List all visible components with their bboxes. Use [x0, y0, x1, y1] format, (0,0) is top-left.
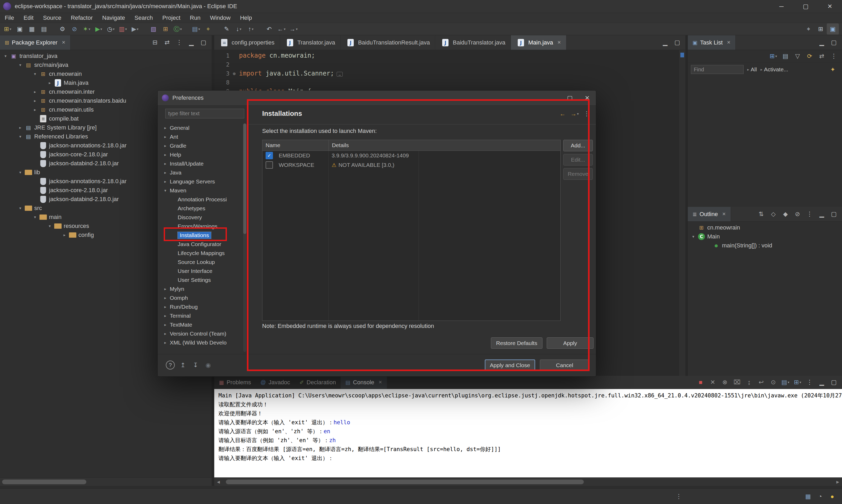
menu-run[interactable]: Run	[185, 13, 205, 23]
menu-project[interactable]: Project	[158, 13, 185, 23]
filter-icon[interactable]: ▽	[791, 51, 804, 62]
editor-tab-config-properties[interactable]: config.properties	[214, 35, 280, 50]
forward-icon[interactable]: →▾	[569, 108, 580, 119]
expand-arrow-icon[interactable]: ▸	[162, 295, 169, 300]
save-all-icon[interactable]: ▦	[26, 23, 38, 35]
preferences-tree[interactable]: ▸General▸Ant▸Gradle▸Help▸Install/Update▸…	[158, 122, 243, 354]
outline-item[interactable]: ▾Main	[688, 232, 842, 241]
expand-arrow-icon[interactable]: ▸	[162, 143, 169, 148]
minimize-icon[interactable]: ▁	[185, 37, 197, 48]
collapse-arrow-icon[interactable]: ▾	[17, 62, 24, 67]
scroll-lock-icon[interactable]: ↨	[743, 377, 755, 388]
hide-fields-icon[interactable]: ◇	[767, 209, 780, 220]
search-field-icon[interactable]: ⌖	[803, 23, 814, 35]
console-tab-console[interactable]: ▤Console✕	[341, 376, 387, 389]
tab-outline[interactable]: ≣ Outline ✕	[688, 207, 731, 221]
menu-help[interactable]: Help	[235, 13, 257, 23]
expand-arrow-icon[interactable]: ▸	[17, 125, 24, 130]
checkbox-checked-icon[interactable]: ✓	[266, 152, 273, 159]
expand-arrow-icon[interactable]: ▸	[162, 161, 169, 166]
scroll-left-icon[interactable]: ◀	[214, 478, 223, 486]
skip-breakpoints-icon[interactable]: ⊘	[68, 23, 80, 35]
coverage-icon[interactable]: ▥▾	[117, 23, 129, 35]
editor-tab-main-java[interactable]: Main.java✕	[511, 35, 567, 50]
profile-icon[interactable]: ◷▾	[105, 23, 117, 35]
console-tab-declaration[interactable]: ✐Declaration	[295, 376, 341, 389]
expand-arrow-icon[interactable]: ▸	[32, 98, 38, 103]
preferences-tree-item[interactable]: ▾Maven	[158, 186, 243, 195]
save-icon[interactable]: ▣	[14, 23, 26, 35]
menu-window[interactable]: Window	[205, 13, 235, 23]
menu-edit[interactable]: Edit	[19, 13, 38, 23]
editor-tab-baidutranslationresult-java[interactable]: BaiduTranslationResult.java	[341, 35, 435, 50]
preferences-tree-item[interactable]: ▸Install/Update	[158, 159, 243, 168]
expand-arrow-icon[interactable]: ▸	[61, 233, 68, 237]
open-console-icon[interactable]: ⊞▾	[791, 377, 804, 388]
new-class-icon[interactable]: Ⓒ▾	[172, 23, 184, 35]
java-perspective-icon[interactable]: ▣	[827, 23, 839, 35]
package-explorer-hscrollbar[interactable]	[0, 478, 212, 486]
installation-row[interactable]: WORKSPACE⚠NOT AVAILABLE [3.0,)	[263, 160, 560, 170]
filter-input[interactable]	[165, 109, 244, 119]
close-icon[interactable]: ✕	[378, 379, 382, 385]
forward-icon[interactable]: →▾	[287, 23, 300, 35]
add-button[interactable]: Add...	[563, 140, 593, 151]
scope-all-link[interactable]: ▸ All	[747, 66, 757, 73]
menu-refactor[interactable]: Refactor	[66, 13, 97, 23]
preferences-tree-item[interactable]: ▸Language Servers	[158, 177, 243, 186]
preferences-tree-item[interactable]: ▸Run/Debug	[158, 302, 243, 311]
lightbulb-icon[interactable]: ●	[826, 491, 838, 502]
maximize-button[interactable]: ▢	[793, 0, 818, 13]
next-annotation-icon[interactable]: ↓▾	[233, 23, 245, 35]
expand-arrow-icon[interactable]: ▸	[162, 331, 169, 336]
help-icon[interactable]: ?	[164, 360, 177, 371]
apply-button[interactable]: Apply	[547, 337, 593, 349]
minimize-icon[interactable]: ▁	[659, 37, 671, 48]
folded-region-icon[interactable]: …	[337, 72, 342, 77]
progress-icon[interactable]: ▦	[802, 491, 814, 502]
preferences-tree-item[interactable]: ▸General	[158, 123, 243, 132]
maximize-button[interactable]: ▢	[561, 91, 578, 105]
minimize-button[interactable]: ─	[769, 0, 793, 13]
installation-row[interactable]: ✓EMBEDDED3.9.9/3.9.9.900.20240824-1409	[263, 151, 560, 160]
preferences-tree-item[interactable]: User Interface	[158, 267, 243, 275]
overview-ruler[interactable]	[679, 50, 685, 376]
expand-arrow-icon[interactable]: ▸	[162, 287, 169, 291]
console-tab-problems[interactable]: ▦Problems	[214, 376, 256, 389]
notification-icon[interactable]: ◔	[814, 491, 826, 502]
expand-arrow-icon[interactable]: ▸	[162, 152, 169, 157]
previous-annotation-icon[interactable]: ↑▾	[245, 23, 257, 35]
minimize-icon[interactable]: ▁	[816, 377, 828, 388]
close-icon[interactable]: ✕	[727, 40, 731, 45]
minimize-icon[interactable]: ▁	[816, 209, 828, 220]
package-explorer-item[interactable]: ▾src/main/java	[0, 60, 212, 70]
preferences-tree-scrollbar[interactable]	[243, 123, 246, 352]
menu-file[interactable]: File	[0, 13, 19, 23]
expand-arrow-icon[interactable]: ▸	[162, 313, 169, 318]
maximize-icon[interactable]: ▢	[828, 377, 840, 388]
collapse-arrow-icon[interactable]: ▾	[2, 54, 9, 58]
print-icon[interactable]: ▤	[38, 23, 50, 35]
collapse-arrow-icon[interactable]: ▾	[17, 134, 24, 139]
menu-source[interactable]: Source	[38, 13, 66, 23]
maximize-icon[interactable]: ▢	[671, 37, 683, 48]
expand-arrow-icon[interactable]: ▸	[162, 134, 169, 139]
maximize-icon[interactable]: ▢	[828, 37, 840, 48]
repository-icon[interactable]: ✦	[827, 64, 839, 75]
preferences-tree-item[interactable]: ▸Mylyn	[158, 285, 243, 293]
word-wrap-icon[interactable]: ↩	[755, 377, 767, 388]
preferences-tree-item[interactable]: Annotation Processi	[158, 195, 243, 204]
preferences-tree-item[interactable]: ▸Oomph	[158, 293, 243, 302]
preferences-tree-item[interactable]: Source Lookup	[158, 258, 243, 267]
preferences-tree-item[interactable]: Lifecycle Mappings	[158, 249, 243, 258]
terminate-icon[interactable]: ■	[695, 377, 707, 388]
collapse-arrow-icon[interactable]: ▾	[690, 234, 697, 239]
search-icon[interactable]: ⌖	[202, 23, 214, 35]
fold-icon[interactable]: ⊕	[230, 71, 239, 76]
collapse-arrow-icon[interactable]: ▾	[17, 206, 24, 211]
collapse-arrow-icon[interactable]: ▾	[32, 72, 38, 76]
scroll-right-icon[interactable]: ▶	[834, 478, 842, 486]
hide-non-public-icon[interactable]: ⊘	[791, 209, 804, 220]
new-java-project-icon[interactable]: ▧	[147, 23, 160, 35]
package-explorer-item[interactable]: ▸Main.java	[0, 78, 212, 87]
